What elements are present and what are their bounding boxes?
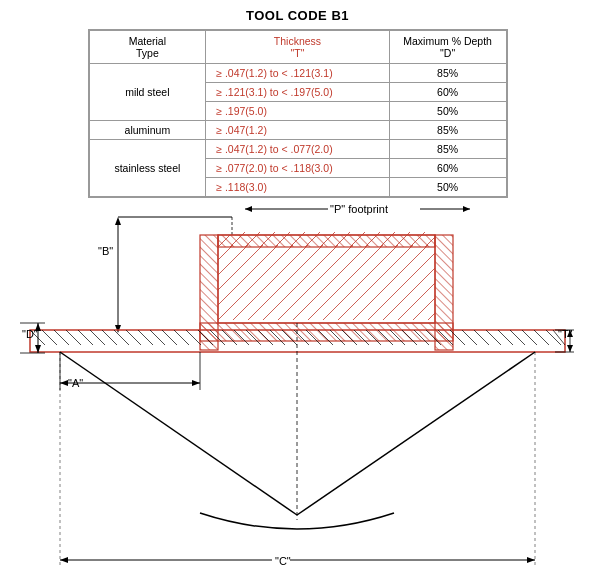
table-row: stainless steel ≥ .047(1.2) to < .077(2.…: [89, 140, 506, 159]
svg-line-60: [398, 260, 413, 275]
diagram-area: "P" footprint "B": [0, 175, 595, 586]
svg-line-107: [428, 313, 435, 320]
material-cell-mild-steel: mild steel: [89, 64, 206, 121]
svg-line-88: [368, 290, 383, 305]
svg-line-96: [263, 305, 278, 320]
svg-line-63: [218, 275, 233, 290]
svg-line-102: [353, 305, 368, 320]
thickness-cell: ≥ .197(5.0): [206, 102, 390, 121]
svg-line-58: [368, 260, 383, 275]
svg-line-52: [278, 260, 293, 275]
svg-line-149: [498, 330, 513, 345]
svg-line-101: [338, 305, 353, 320]
svg-line-147: [474, 330, 489, 345]
svg-line-148: [486, 330, 501, 345]
svg-line-103: [368, 305, 383, 320]
svg-line-151: [522, 330, 537, 345]
svg-marker-6: [463, 206, 470, 212]
svg-line-75: [398, 275, 413, 290]
table-row: aluminum ≥ .047(1.2) 85%: [89, 121, 506, 140]
svg-line-51: [263, 260, 278, 275]
svg-line-116: [102, 330, 117, 345]
svg-line-152: [534, 330, 549, 345]
svg-line-48: [218, 260, 233, 275]
svg-marker-156: [35, 323, 41, 331]
table-row: mild steel ≥ .047(1.2) to < .121(3.1) 85…: [89, 64, 506, 83]
svg-line-81: [263, 290, 278, 305]
svg-line-120: [150, 330, 165, 345]
svg-line-66: [263, 275, 278, 290]
svg-rect-108: [218, 235, 435, 323]
svg-line-53: [293, 260, 308, 275]
svg-line-87: [353, 290, 368, 305]
svg-line-83: [293, 290, 308, 305]
svg-line-70: [323, 275, 338, 290]
thickness-cell: ≥ .047(1.2): [206, 121, 390, 140]
svg-line-95: [248, 305, 263, 320]
svg-line-65: [248, 275, 263, 290]
svg-line-112: [54, 330, 69, 345]
svg-line-85: [323, 290, 338, 305]
svg-line-56: [338, 260, 353, 275]
svg-line-59: [383, 260, 398, 275]
thickness-cell: ≥ .121(3.1) to < .197(5.0): [206, 83, 390, 102]
b-label: "B": [98, 245, 113, 257]
svg-marker-5: [245, 206, 252, 212]
svg-line-55: [323, 260, 338, 275]
svg-line-93: [218, 305, 233, 320]
svg-line-99: [308, 305, 323, 320]
svg-line-77: [428, 283, 435, 290]
thickness-cell: ≥ .047(1.2) to < .121(3.1): [206, 64, 390, 83]
svg-line-50: [248, 260, 263, 275]
p-footprint-label: "P" footprint: [330, 203, 388, 215]
svg-line-115: [90, 330, 105, 345]
svg-marker-168: [60, 380, 68, 386]
svg-line-166: [297, 352, 535, 515]
svg-line-89: [383, 290, 398, 305]
svg-line-67: [278, 275, 293, 290]
svg-line-97: [278, 305, 293, 320]
header-thickness: Thickness"T": [206, 31, 390, 64]
svg-line-62: [428, 268, 435, 275]
svg-line-69: [308, 275, 323, 290]
svg-line-84: [308, 290, 323, 305]
svg-line-71: [338, 275, 353, 290]
svg-line-72: [353, 275, 368, 290]
diagram-svg: "P" footprint "B": [0, 175, 595, 586]
svg-line-150: [510, 330, 525, 345]
svg-line-86: [338, 290, 353, 305]
depth-cell: 85%: [389, 140, 506, 159]
svg-line-91: [413, 290, 428, 305]
svg-line-105: [398, 305, 413, 320]
svg-line-165: [60, 352, 297, 515]
depth-cell: 50%: [389, 102, 506, 121]
header-material: MaterialType: [89, 31, 206, 64]
table-header-row: MaterialType Thickness"T" Maximum % Dept…: [89, 31, 506, 64]
svg-line-49: [233, 260, 248, 275]
depth-cell: 85%: [389, 121, 506, 140]
svg-line-73: [368, 275, 383, 290]
data-table-wrapper: MaterialType Thickness"T" Maximum % Dept…: [88, 29, 508, 198]
svg-marker-164: [567, 345, 573, 352]
svg-line-94: [233, 305, 248, 320]
svg-line-80: [248, 290, 263, 305]
svg-line-113: [66, 330, 81, 345]
svg-line-111: [42, 330, 57, 345]
svg-line-119: [138, 330, 153, 345]
material-table: MaterialType Thickness"T" Maximum % Dept…: [89, 30, 507, 197]
svg-marker-174: [60, 557, 68, 563]
svg-line-106: [413, 305, 428, 320]
svg-line-98: [293, 305, 308, 320]
svg-marker-169: [192, 380, 200, 386]
svg-line-74: [383, 275, 398, 290]
svg-line-64: [233, 275, 248, 290]
svg-line-57: [353, 260, 368, 275]
svg-line-121: [162, 330, 177, 345]
svg-line-123: [186, 330, 201, 345]
svg-line-68: [293, 275, 308, 290]
depth-cell: 60%: [389, 83, 506, 102]
c-label: "C": [275, 555, 291, 567]
svg-marker-9: [115, 217, 121, 225]
svg-line-122: [174, 330, 189, 345]
svg-line-82: [278, 290, 293, 305]
